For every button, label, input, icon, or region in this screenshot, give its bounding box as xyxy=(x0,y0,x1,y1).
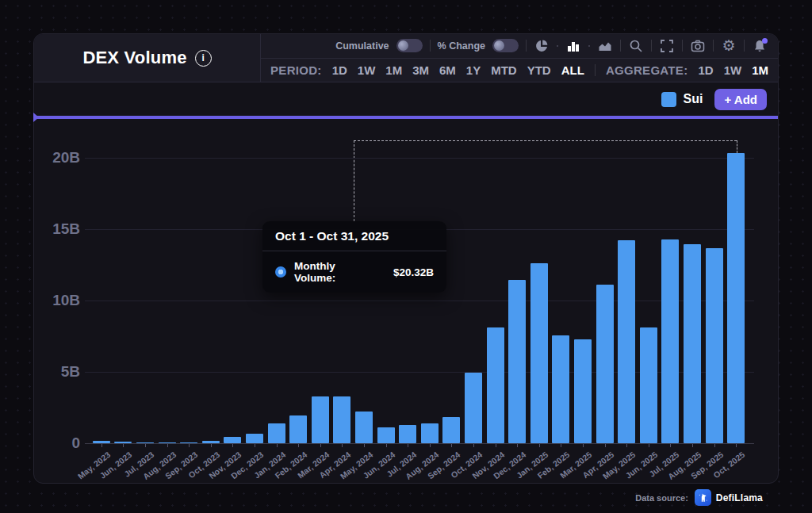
bar-may-2024[interactable] xyxy=(355,412,373,443)
divider xyxy=(526,40,527,52)
bar-jun-2025[interactable] xyxy=(640,327,657,443)
fullscreen-icon[interactable] xyxy=(659,38,675,54)
bar-aug-2024[interactable] xyxy=(421,423,439,443)
bar-sep-2025[interactable] xyxy=(706,248,723,443)
period-label: PERIOD: xyxy=(270,63,322,77)
bar-apr-2024[interactable] xyxy=(333,396,350,443)
period-option-all[interactable]: ALL xyxy=(561,63,584,77)
bar-oct-2025[interactable] xyxy=(727,153,745,443)
y-axis-tick-label: 20B xyxy=(34,149,80,167)
x-axis-tick-label: Sep, 2024 xyxy=(426,450,462,480)
bar-dec-2024[interactable] xyxy=(508,280,526,443)
period-option-3m[interactable]: 3M xyxy=(412,63,429,77)
series-color-swatch xyxy=(661,92,676,107)
info-icon[interactable]: i xyxy=(195,50,212,67)
divider xyxy=(651,40,652,52)
bar-oct-2024[interactable] xyxy=(465,373,482,443)
bar-oct-2023[interactable] xyxy=(202,441,220,443)
bar-aug-2025[interactable] xyxy=(684,244,701,443)
bar-jun-2023[interactable] xyxy=(114,442,132,443)
bar-jul-2023[interactable] xyxy=(136,442,154,443)
bar-may-2025[interactable] xyxy=(618,240,635,443)
period-option-1w[interactable]: 1W xyxy=(358,63,376,77)
period-option-1d[interactable]: 1D xyxy=(332,63,347,77)
period-option-mtd[interactable]: MTD xyxy=(491,63,517,77)
period-option-6m[interactable]: 6M xyxy=(439,63,456,77)
settings-icon[interactable]: ⚙ xyxy=(721,38,737,54)
toggle-knob xyxy=(398,40,408,51)
data-source-label: Data source: xyxy=(635,493,688,503)
x-axis-tick-label: Oct, 2025 xyxy=(711,450,746,480)
aggregate-option-1m[interactable]: 1M xyxy=(752,63,768,77)
pct-change-toggle[interactable] xyxy=(492,39,519,52)
search-icon[interactable] xyxy=(628,38,644,54)
add-series-button[interactable]: + Add xyxy=(714,89,767,110)
x-axis-tick-label: Aug, 2025 xyxy=(666,450,703,481)
y-axis-tick-label: 5B xyxy=(34,363,80,381)
x-axis-tick-label: Apr, 2025 xyxy=(580,450,615,480)
tooltip-connector-line xyxy=(354,140,354,221)
x-axis-tick xyxy=(255,444,255,447)
period-option-ytd[interactable]: YTD xyxy=(527,63,551,77)
x-axis-tick xyxy=(232,444,233,447)
x-axis-tick-label: Dec, 2024 xyxy=(492,450,528,480)
bar-chart-icon[interactable] xyxy=(565,38,581,54)
legend-item-sui[interactable]: Sui xyxy=(661,92,703,107)
x-axis-tick xyxy=(277,444,278,447)
bar-feb-2025[interactable] xyxy=(552,335,569,443)
x-axis-tick xyxy=(473,444,474,447)
x-axis-tick xyxy=(167,444,168,447)
bar-may-2023[interactable] xyxy=(93,441,110,443)
bar-mar-2025[interactable] xyxy=(574,339,592,443)
bar-jul-2024[interactable] xyxy=(399,425,416,443)
bar-dec-2023[interactable] xyxy=(246,434,263,443)
x-axis-tick-label: Sep, 2023 xyxy=(163,450,200,480)
divider xyxy=(713,40,714,52)
bar-jul-2025[interactable] xyxy=(661,239,679,443)
period-option-1m[interactable]: 1M xyxy=(385,63,402,77)
notifications-icon[interactable] xyxy=(752,38,768,54)
cumulative-toggle[interactable] xyxy=(396,39,423,52)
bar-feb-2024[interactable] xyxy=(289,415,307,443)
camera-icon[interactable] xyxy=(690,38,706,54)
period-option-1y[interactable]: 1Y xyxy=(466,63,481,77)
defillama-brand-link[interactable]: DefiLlama xyxy=(695,489,763,506)
pie-chart-icon[interactable] xyxy=(534,38,550,54)
x-axis-tick-label: Jul, 2025 xyxy=(647,450,680,479)
range-brush[interactable] xyxy=(34,116,778,119)
x-axis-tick-label: Nov, 2023 xyxy=(207,450,243,480)
x-axis-tick-label: Oct, 2023 xyxy=(186,450,221,480)
toggle-knob xyxy=(494,40,504,51)
divider xyxy=(430,40,431,52)
bar-jun-2024[interactable] xyxy=(377,427,395,443)
tooltip-connector-line xyxy=(354,140,737,141)
x-axis-tick xyxy=(496,444,496,447)
aggregate-option-1w[interactable]: 1W xyxy=(724,63,742,77)
bar-jan-2024[interactable] xyxy=(268,423,285,443)
x-axis-tick-label: Oct, 2024 xyxy=(449,450,484,480)
bar-apr-2025[interactable] xyxy=(596,285,614,443)
bar-nov-2023[interactable] xyxy=(224,437,241,443)
tooltip-metric-row: Monthly Volume: $20.32B xyxy=(262,251,446,293)
x-axis-tick-label: May, 2025 xyxy=(601,450,638,481)
divider xyxy=(682,40,683,52)
footer: Data source: DefiLlama xyxy=(635,489,763,506)
series-marker-icon xyxy=(275,266,286,278)
area-chart-icon[interactable] xyxy=(597,38,613,54)
bar-aug-2023[interactable] xyxy=(159,442,176,443)
bar-sep-2024[interactable] xyxy=(442,417,460,443)
x-axis-tick xyxy=(211,444,212,447)
aggregate-options: 1D1W1M xyxy=(698,63,768,77)
bar-jan-2025[interactable] xyxy=(530,263,548,443)
bar-nov-2024[interactable] xyxy=(487,327,504,443)
y-axis-tick-label: 10B xyxy=(34,292,80,309)
x-axis-tick-label: Aug, 2023 xyxy=(141,450,178,481)
tooltip-connector-line xyxy=(737,140,737,153)
x-axis-tick-label: May, 2023 xyxy=(76,450,113,481)
bar-mar-2024[interactable] xyxy=(312,396,329,443)
aggregate-option-1d[interactable]: 1D xyxy=(698,63,713,77)
x-axis-tick-label: Jun, 2023 xyxy=(98,450,133,480)
title-box: DEX Volume i xyxy=(34,34,260,82)
bar-sep-2023[interactable] xyxy=(180,442,197,443)
divider xyxy=(588,45,590,47)
